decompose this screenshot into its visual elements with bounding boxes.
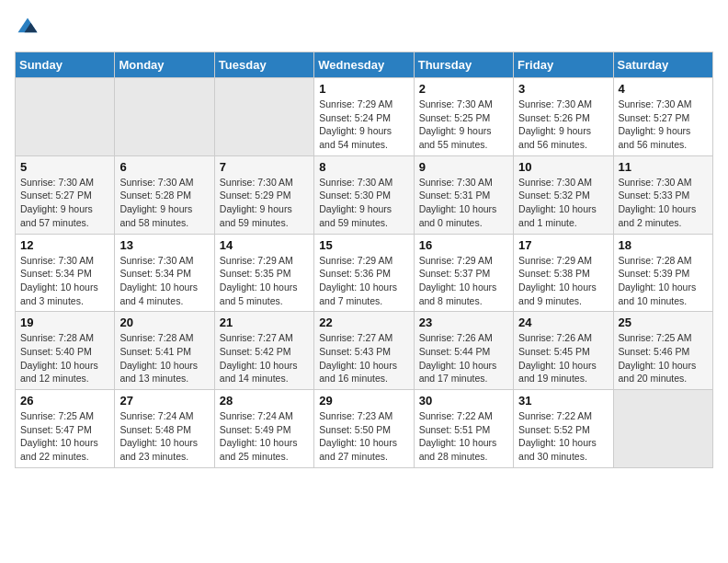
weekday-header-wednesday: Wednesday [314,52,414,78]
day-number: 10 [518,160,608,174]
day-info: Sunrise: 7:30 AM Sunset: 5:26 PM Dayligh… [518,98,608,152]
day-info: Sunrise: 7:30 AM Sunset: 5:33 PM Dayligh… [619,176,708,230]
day-number: 31 [518,394,608,408]
day-number: 1 [319,82,408,96]
calendar-cell: 5Sunrise: 7:30 AM Sunset: 5:27 PM Daylig… [16,155,115,234]
day-info: Sunrise: 7:26 AM Sunset: 5:45 PM Dayligh… [518,331,608,385]
day-number: 9 [419,160,508,174]
day-number: 16 [419,238,508,252]
day-number: 29 [319,394,408,408]
day-info: Sunrise: 7:30 AM Sunset: 5:30 PM Dayligh… [319,176,408,230]
calendar-cell: 25Sunrise: 7:25 AM Sunset: 5:46 PM Dayli… [613,312,712,390]
weekday-header-tuesday: Tuesday [214,52,313,78]
calendar-cell: 4Sunrise: 7:30 AM Sunset: 5:27 PM Daylig… [613,78,712,156]
calendar-cell [613,390,712,468]
day-number: 28 [220,394,309,408]
day-info: Sunrise: 7:29 AM Sunset: 5:35 PM Dayligh… [220,254,309,308]
calendar-cell: 2Sunrise: 7:30 AM Sunset: 5:25 PM Daylig… [414,78,513,156]
day-info: Sunrise: 7:22 AM Sunset: 5:51 PM Dayligh… [419,409,508,464]
logo [15,15,42,40]
day-info: Sunrise: 7:30 AM Sunset: 5:31 PM Dayligh… [419,176,508,230]
day-info: Sunrise: 7:28 AM Sunset: 5:39 PM Dayligh… [619,254,708,308]
day-info: Sunrise: 7:27 AM Sunset: 5:42 PM Dayligh… [220,331,309,385]
weekday-header-sunday: Sunday [16,52,115,78]
calendar-cell: 28Sunrise: 7:24 AM Sunset: 5:49 PM Dayli… [214,390,313,468]
calendar-cell: 16Sunrise: 7:29 AM Sunset: 5:37 PM Dayli… [414,234,513,312]
day-number: 25 [619,316,708,329]
day-number: 19 [20,316,109,329]
day-number: 15 [319,238,408,252]
day-number: 13 [119,238,209,252]
day-number: 20 [119,316,209,329]
weekday-header-saturday: Saturday [613,52,712,78]
weekday-header-thursday: Thursday [414,52,513,78]
day-info: Sunrise: 7:26 AM Sunset: 5:44 PM Dayligh… [419,331,508,385]
calendar-cell: 3Sunrise: 7:30 AM Sunset: 5:26 PM Daylig… [514,78,613,156]
day-number: 21 [220,316,309,329]
day-info: Sunrise: 7:25 AM Sunset: 5:47 PM Dayligh… [20,409,109,464]
calendar-cell: 19Sunrise: 7:28 AM Sunset: 5:40 PM Dayli… [16,312,115,390]
calendar-week-2: 5Sunrise: 7:30 AM Sunset: 5:27 PM Daylig… [16,155,713,234]
calendar-week-5: 26Sunrise: 7:25 AM Sunset: 5:47 PM Dayli… [16,390,713,468]
day-info: Sunrise: 7:29 AM Sunset: 5:24 PM Dayligh… [319,98,408,152]
day-info: Sunrise: 7:25 AM Sunset: 5:46 PM Dayligh… [619,331,708,385]
day-info: Sunrise: 7:29 AM Sunset: 5:38 PM Dayligh… [518,254,608,308]
calendar-cell: 30Sunrise: 7:22 AM Sunset: 5:51 PM Dayli… [414,390,513,468]
day-info: Sunrise: 7:29 AM Sunset: 5:36 PM Dayligh… [319,254,408,308]
calendar-cell: 23Sunrise: 7:26 AM Sunset: 5:44 PM Dayli… [414,312,513,390]
day-number: 17 [518,238,608,252]
calendar-cell: 18Sunrise: 7:28 AM Sunset: 5:39 PM Dayli… [613,234,712,312]
calendar-cell [115,78,214,156]
day-number: 5 [20,160,109,174]
day-number: 11 [619,160,708,174]
day-number: 14 [220,238,309,252]
calendar-cell [16,78,115,156]
day-info: Sunrise: 7:24 AM Sunset: 5:49 PM Dayligh… [220,409,309,464]
day-number: 18 [619,238,708,252]
calendar-cell: 24Sunrise: 7:26 AM Sunset: 5:45 PM Dayli… [514,312,613,390]
calendar-header-row: SundayMondayTuesdayWednesdayThursdayFrid… [16,52,713,78]
calendar-cell: 26Sunrise: 7:25 AM Sunset: 5:47 PM Dayli… [16,390,115,468]
calendar-cell: 12Sunrise: 7:30 AM Sunset: 5:34 PM Dayli… [16,234,115,312]
day-info: Sunrise: 7:30 AM Sunset: 5:25 PM Dayligh… [419,98,508,152]
calendar-cell: 8Sunrise: 7:30 AM Sunset: 5:30 PM Daylig… [314,155,414,234]
day-number: 24 [518,316,608,329]
calendar-cell [214,78,313,156]
day-info: Sunrise: 7:30 AM Sunset: 5:27 PM Dayligh… [20,176,109,230]
weekday-header-friday: Friday [514,52,613,78]
calendar-cell: 10Sunrise: 7:30 AM Sunset: 5:32 PM Dayli… [514,155,613,234]
calendar-cell: 27Sunrise: 7:24 AM Sunset: 5:48 PM Dayli… [115,390,214,468]
day-info: Sunrise: 7:30 AM Sunset: 5:28 PM Dayligh… [119,176,209,230]
page-header [15,15,713,40]
calendar-cell: 6Sunrise: 7:30 AM Sunset: 5:28 PM Daylig… [115,155,214,234]
day-info: Sunrise: 7:27 AM Sunset: 5:43 PM Dayligh… [319,331,408,385]
weekday-header-monday: Monday [115,52,214,78]
day-number: 7 [220,160,309,174]
calendar-cell: 29Sunrise: 7:23 AM Sunset: 5:50 PM Dayli… [314,390,414,468]
day-info: Sunrise: 7:23 AM Sunset: 5:50 PM Dayligh… [319,409,408,464]
day-number: 4 [619,82,708,96]
day-info: Sunrise: 7:28 AM Sunset: 5:40 PM Dayligh… [20,331,109,385]
calendar-cell: 21Sunrise: 7:27 AM Sunset: 5:42 PM Dayli… [214,312,313,390]
calendar-cell: 15Sunrise: 7:29 AM Sunset: 5:36 PM Dayli… [314,234,414,312]
day-number: 8 [319,160,408,174]
calendar-week-4: 19Sunrise: 7:28 AM Sunset: 5:40 PM Dayli… [16,312,713,390]
day-info: Sunrise: 7:28 AM Sunset: 5:41 PM Dayligh… [119,331,209,385]
day-info: Sunrise: 7:30 AM Sunset: 5:34 PM Dayligh… [20,254,109,308]
day-info: Sunrise: 7:22 AM Sunset: 5:52 PM Dayligh… [518,409,608,464]
calendar-cell: 31Sunrise: 7:22 AM Sunset: 5:52 PM Dayli… [514,390,613,468]
calendar-week-1: 1Sunrise: 7:29 AM Sunset: 5:24 PM Daylig… [16,78,713,156]
day-info: Sunrise: 7:30 AM Sunset: 5:32 PM Dayligh… [518,176,608,230]
calendar-cell: 20Sunrise: 7:28 AM Sunset: 5:41 PM Dayli… [115,312,214,390]
day-number: 12 [20,238,109,252]
day-info: Sunrise: 7:30 AM Sunset: 5:29 PM Dayligh… [220,176,309,230]
calendar-week-3: 12Sunrise: 7:30 AM Sunset: 5:34 PM Dayli… [16,234,713,312]
day-number: 22 [319,316,408,329]
calendar-cell: 13Sunrise: 7:30 AM Sunset: 5:34 PM Dayli… [115,234,214,312]
day-info: Sunrise: 7:30 AM Sunset: 5:27 PM Dayligh… [619,98,708,152]
calendar-cell: 1Sunrise: 7:29 AM Sunset: 5:24 PM Daylig… [314,78,414,156]
day-info: Sunrise: 7:29 AM Sunset: 5:37 PM Dayligh… [419,254,508,308]
day-number: 6 [119,160,209,174]
calendar-cell: 9Sunrise: 7:30 AM Sunset: 5:31 PM Daylig… [414,155,513,234]
day-number: 2 [419,82,508,96]
